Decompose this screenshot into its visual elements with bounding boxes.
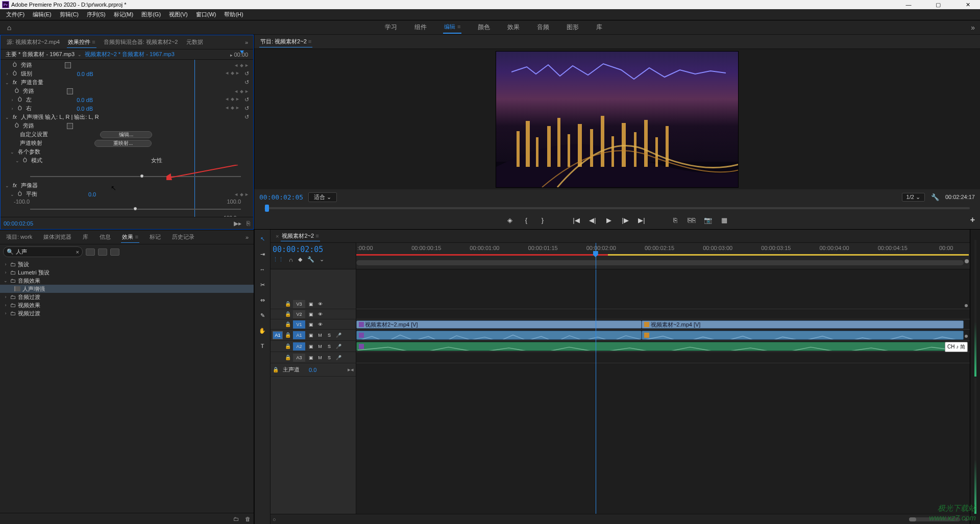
track-v1[interactable]: V1 [293,320,305,329]
minimize-button[interactable]: — [898,2,919,8]
lock-icon[interactable]: 🔒 [285,301,291,307]
twisty-icon[interactable]: ⌄ [5,183,10,188]
ripple-tool-icon[interactable]: ↔ [257,264,267,275]
ws-effects[interactable]: 效果 [506,21,521,34]
reset-icon[interactable]: ↺ [244,79,249,86]
step-back-icon[interactable]: ◀| [588,215,597,224]
track-select-tool-icon[interactable]: ⇥ [257,249,267,259]
export-icon[interactable]: ⎘ [247,220,250,227]
effects-search[interactable]: 🔍 人声 × [3,246,83,257]
slip-tool-icon[interactable]: ⇔ [257,295,267,305]
mute-button[interactable]: M [316,354,324,361]
effect-vocal-enhance[interactable]: 人声增强 [0,285,254,293]
stopwatch-icon[interactable]: Ò [18,106,23,111]
source-overflow-icon[interactable]: » [245,39,248,45]
voice-over-icon[interactable]: 🎤 [335,354,342,361]
step-forward-icon[interactable]: |▶ [621,215,630,224]
ws-learn[interactable]: 学习 [384,21,398,34]
search-text[interactable]: 人声 [16,248,27,256]
settings-icon[interactable]: 🔧 [931,193,939,201]
tab-info[interactable]: 信息 [99,232,112,242]
toggle-output-icon[interactable]: ▣ [307,354,314,361]
button-editor-icon[interactable]: + [970,215,975,224]
timeline-clips[interactable]: 视频素材2~2.mp4 [V] 视频素材~2.mp4 [V] [356,269,970,514]
right-value[interactable]: 0.0 dB [77,106,93,112]
go-to-out-icon[interactable]: ▶| [637,215,646,224]
maximize-button[interactable]: ▢ [928,2,948,8]
program-scrubber[interactable] [254,205,980,211]
toggle-output-icon[interactable]: ▣ [307,343,314,350]
clear-search-icon[interactable]: × [76,249,79,255]
menu-window[interactable]: 窗口(W) [193,10,219,19]
lock-icon[interactable]: 🔒 [285,321,291,327]
clip-v1-b[interactable]: 视频素材~2.mp4 [V] [642,320,964,329]
workspace-overflow-icon[interactable]: » [971,23,975,32]
program-monitor[interactable] [254,49,980,189]
master-meter-icon[interactable]: ▸◂ [348,366,354,373]
play-icon[interactable]: ▶ [604,215,614,224]
stopwatch-icon[interactable]: Ò [15,123,20,129]
timeline-playhead[interactable] [596,243,596,269]
twisty-icon[interactable]: ⌄ [15,158,20,163]
bypass-checkbox[interactable] [65,62,71,68]
stopwatch-icon[interactable]: Ò [13,71,18,77]
twisty-icon[interactable]: › [10,106,15,111]
stopwatch-icon[interactable]: Ò [23,158,28,163]
tab-audio-mixer[interactable]: 音频剪辑混合器: 视频素材2~2 [103,37,179,47]
tab-project[interactable]: 项目: work [5,232,33,242]
stopwatch-icon[interactable]: Ò [18,97,23,103]
playhead-icon[interactable] [240,51,244,54]
tab-source[interactable]: 源: 视频素材2~2.mp4 [6,37,61,47]
mode-value[interactable]: 女性 [151,157,162,164]
timeline-ruler[interactable]: :00:00 00:00:00:15 00:00:01:00 00:00:01:… [356,243,970,269]
tab-history[interactable]: 历史记录 [171,232,195,242]
pen-tool-icon[interactable]: ✎ [257,310,267,320]
export-frame-icon[interactable]: 📷 [703,215,713,224]
new-bin-icon[interactable]: 🗀 [233,516,239,522]
tab-effects[interactable]: 效果 ≡ [121,232,139,243]
lock-icon[interactable]: 🔒 [285,311,291,317]
lock-icon[interactable]: 🔒 [285,343,291,349]
selection-tool-icon[interactable]: ↖ [257,234,267,244]
clip-a1-a[interactable] [356,331,642,340]
delete-icon[interactable]: 🗑 [245,516,251,522]
reset-icon[interactable]: ↺ [244,114,249,120]
solo-button[interactable]: S [326,343,333,350]
reset-icon[interactable]: ↺ [244,70,249,77]
home-icon[interactable]: ⌂ [2,20,16,35]
program-time[interactable]: 00:00:02:05 [259,193,303,201]
marker-setting-icon[interactable]: ◆ [298,256,302,263]
reset-icon[interactable]: ↺ [244,105,249,112]
keyframe-nav[interactable]: ◄ ◆ ► ↺ [225,105,249,112]
toggle-eye-icon[interactable]: 👁 [316,311,324,318]
fx-filter-accelerated-icon[interactable] [86,248,95,256]
menu-edit[interactable]: 编辑(E) [30,10,55,19]
stopwatch-icon[interactable]: Ò [13,62,18,68]
solo-button[interactable]: S [326,354,333,361]
snap-icon[interactable]: ⋮⋮ [273,256,284,263]
toggle-output-icon[interactable]: ▣ [307,301,314,308]
tab-effect-controls[interactable]: 效果控件 ≡ [67,37,96,48]
mute-button[interactable]: M [316,343,324,350]
bypass-checkbox[interactable] [67,88,73,94]
resolution-dropdown[interactable]: 1/2 ⌄ [902,193,925,202]
menu-graphics[interactable]: 图形(G) [138,10,164,19]
lift-icon[interactable]: ⎘ [671,215,680,224]
type-tool-icon[interactable]: T [257,341,267,351]
left-value[interactable]: 0.0 dB [77,97,93,103]
timeline-playhead-line[interactable] [596,269,596,514]
toggle-output-icon[interactable]: ▣ [307,321,314,328]
fx-badge-icon[interactable]: fx [13,183,18,188]
tab-media-browser[interactable]: 媒体浏览器 [42,232,72,242]
remap-button[interactable]: 重映射... [94,140,152,147]
go-to-in-icon[interactable]: |◀ [572,215,581,224]
hand-tool-icon[interactable]: ✋ [257,326,267,336]
tab-metadata[interactable]: 元数据 [185,37,204,47]
twisty-icon[interactable]: › [5,71,10,77]
keyframe-nav[interactable]: ◄ ◆ ► [234,192,249,197]
chevron-down-icon[interactable]: ⌄ [78,52,82,57]
balance-value[interactable]: 0.0 [88,191,96,197]
fx-filter-yuv-icon[interactable] [110,248,119,256]
toggle-output-icon[interactable]: ▣ [307,332,314,339]
wrench-dropdown-icon[interactable]: ⌄ [320,256,324,263]
